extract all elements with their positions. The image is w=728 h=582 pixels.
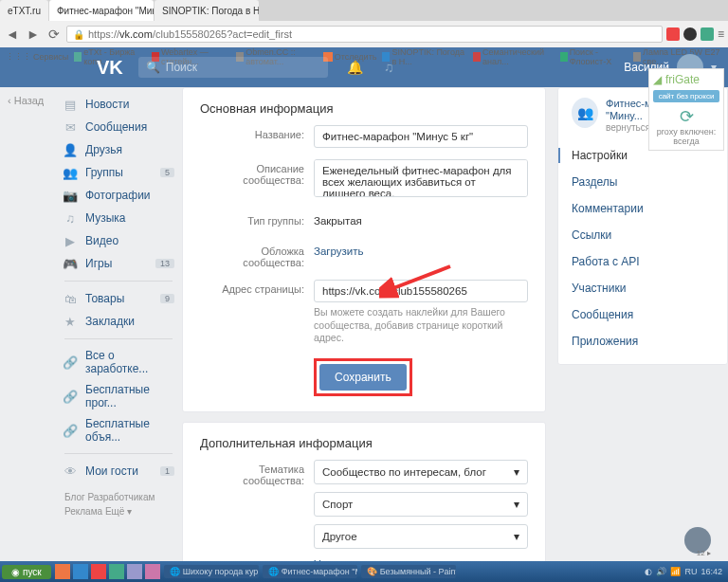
quicklaunch-icon[interactable] (145, 564, 160, 579)
menu-icon[interactable]: ≡ (718, 27, 724, 41)
system-tray: ◐ 🔊 📶 RU 16:42 (645, 567, 726, 576)
ext-icon[interactable] (666, 27, 680, 41)
vk-logo[interactable]: VK (97, 57, 123, 79)
friends-icon: 👤 (63, 142, 78, 157)
quicklaunch-icon[interactable] (73, 564, 88, 579)
name-input[interactable] (314, 125, 528, 148)
search-icon: 🔍 (146, 61, 160, 74)
left-sidebar: ▤Новости ✉Сообщения 👤Друзья 👥Группы5 📷Фо… (57, 87, 180, 582)
tray-clock[interactable]: 16:42 (701, 567, 722, 576)
reload-icon[interactable]: ⟳ (46, 26, 63, 43)
ext-icon[interactable] (701, 27, 714, 41)
link-icon: 🔗 (63, 389, 78, 404)
bookmark[interactable]: Семантический анал... (473, 47, 555, 64)
start-button[interactable]: ◉ пуск (2, 565, 51, 579)
taskbar-task[interactable]: 🌐 Фитнес-марафон "М... (263, 565, 357, 578)
quicklaunch-icon[interactable] (91, 564, 106, 579)
search-input[interactable]: 🔍 Поиск (138, 57, 328, 78)
tray-icon[interactable]: 📶 (670, 567, 681, 576)
back-link[interactable]: ‹ Назад (8, 95, 44, 106)
field-label: Тип группы: (200, 211, 314, 227)
quicklaunch-icon[interactable] (109, 564, 124, 579)
sidebar-item-messages[interactable]: ✉Сообщения (57, 116, 180, 138)
bookmark[interactable]: SINOPTIK: Погода в Н... (382, 47, 467, 64)
music-icon[interactable]: ♫ (384, 60, 394, 75)
settings-nav-item[interactable]: Участники (572, 275, 714, 301)
footer-link[interactable]: Ещё (105, 506, 124, 517)
sidebar-item-extra[interactable]: 🔗Бесплатные прог... (57, 379, 180, 413)
page-address-input[interactable] (314, 280, 528, 302)
frigate-button[interactable]: сайт без прокси (653, 90, 719, 102)
sidebar-item-bookmarks[interactable]: ★Закладки (57, 310, 180, 333)
frigate-toggle-icon[interactable]: ⟳ (653, 106, 719, 127)
browser-chrome: eTXT.ru Фитнес-марафон "Мин... × SINOPTI… (0, 0, 728, 47)
topic-select[interactable]: Сообщество по интересам, блог▾ (314, 460, 528, 484)
footer-link[interactable]: Разработчикам (87, 492, 155, 502)
eye-icon: 👁 (63, 464, 78, 479)
sidebar-item-goods[interactable]: 🛍Товары9 (57, 287, 180, 310)
sidebar-item-extra[interactable]: 🔗Все о заработке... (57, 345, 180, 379)
settings-nav-item[interactable]: Работа с API (572, 248, 714, 275)
apps-button[interactable]: ⋮⋮⋮ Сервисы (6, 52, 68, 62)
chevron-down-icon: ▾ (514, 465, 519, 479)
settings-nav-item[interactable]: Разделы (572, 169, 714, 195)
link-icon: 🔗 (63, 423, 78, 438)
extension-icons: ≡ (666, 27, 724, 41)
ext-icon[interactable] (683, 27, 697, 41)
tray-lang[interactable]: RU (684, 567, 697, 576)
sidebar-item-extra[interactable]: 🔗Бесплатные объя... (57, 413, 180, 447)
help-text: Вы можете создать наклейки для Вашего со… (314, 306, 528, 345)
frigate-status: proxy включен: всегда (653, 127, 719, 146)
settings-nav-item[interactable]: Сообщения (572, 301, 714, 328)
sidebar-footer: Блог Разработчикам Реклама Ещё ▾ (57, 482, 180, 526)
save-button[interactable]: Сохранить (319, 364, 407, 391)
url-input[interactable]: 🔒 https://vk.com/club155580265?act=edit_… (66, 26, 663, 43)
bookmark[interactable]: Поиск - Флорист-X (560, 47, 628, 64)
taskbar-task[interactable]: 🎨 Безымянный - Paint (361, 565, 456, 578)
floating-avatar-count: 12 ▸ (697, 549, 711, 557)
music-icon: ♫ (63, 210, 78, 226)
topic-select-3[interactable]: Другое▾ (314, 524, 528, 549)
description-input[interactable] (314, 159, 528, 197)
quicklaunch-icon[interactable] (55, 564, 70, 579)
taskbar-task[interactable]: 🌐 Шихоку порода кур... (164, 565, 259, 578)
back-icon[interactable]: ◄ (4, 26, 21, 43)
notifications-icon[interactable]: 🔔 (347, 60, 363, 75)
browser-tab[interactable]: Фитнес-марафон "Мин... × (49, 0, 154, 21)
basic-info-card: Основная информация Название: Описание с… (182, 87, 546, 412)
sidebar-item-music[interactable]: ♫Музыка (57, 207, 180, 229)
browser-tab[interactable]: eTXT.ru (0, 0, 48, 21)
photo-icon: 📷 (63, 188, 78, 203)
footer-link[interactable]: Реклама (64, 506, 102, 517)
browser-tabs: eTXT.ru Фитнес-марафон "Мин... × SINOPTI… (0, 0, 728, 21)
frigate-logo: ◢ friGate (653, 73, 719, 86)
address-bar-row: ◄ ► ⟳ 🔒 https://vk.com/club155580265?act… (0, 21, 728, 47)
settings-nav-item[interactable]: Комментарии (572, 195, 714, 222)
groups-icon: 👥 (63, 165, 78, 180)
sidebar-item-friends[interactable]: 👤Друзья (57, 138, 180, 161)
browser-tab[interactable]: SINOPTIK: Погода в Никол... (155, 0, 259, 21)
sidebar-item-news[interactable]: ▤Новости (57, 93, 180, 116)
cover-upload-link[interactable]: Загрузить (314, 242, 528, 261)
sidebar-item-guests[interactable]: 👁Мои гости1 (57, 460, 180, 482)
forward-icon[interactable]: ► (25, 26, 42, 43)
sidebar-item-photos[interactable]: 📷Фотографии (57, 184, 180, 207)
settings-nav-item[interactable]: Приложения (572, 328, 714, 355)
news-icon: ▤ (63, 97, 78, 112)
tray-icon[interactable]: 🔊 (656, 567, 666, 576)
tray-icon[interactable]: ◐ (645, 567, 652, 576)
section-title: Дополнительная информация (183, 423, 545, 454)
additional-info-card: Дополнительная информация Тематика сообщ… (182, 422, 546, 582)
section-title: Основная информация (183, 88, 545, 119)
windows-taskbar: ◉ пуск 🌐 Шихоку порода кур... 🌐 Фитнес-м… (0, 561, 728, 582)
settings-nav-item[interactable]: Ссылки (572, 222, 714, 248)
footer-link[interactable]: Блог (64, 492, 85, 502)
field-label: Адрес страницы: (200, 280, 314, 295)
quicklaunch-icon[interactable] (127, 564, 142, 579)
sidebar-item-video[interactable]: ▶Видео (57, 229, 180, 252)
sidebar-item-groups[interactable]: 👥Группы5 (57, 161, 180, 184)
topic-select-2[interactable]: Спорт▾ (314, 492, 528, 517)
sidebar-item-games[interactable]: 🎮Игры13 (57, 252, 180, 275)
field-label: Тематика сообщества: (200, 460, 314, 486)
frigate-widget: ◢ friGate сайт без прокси ⟳ proxy включе… (648, 68, 724, 151)
